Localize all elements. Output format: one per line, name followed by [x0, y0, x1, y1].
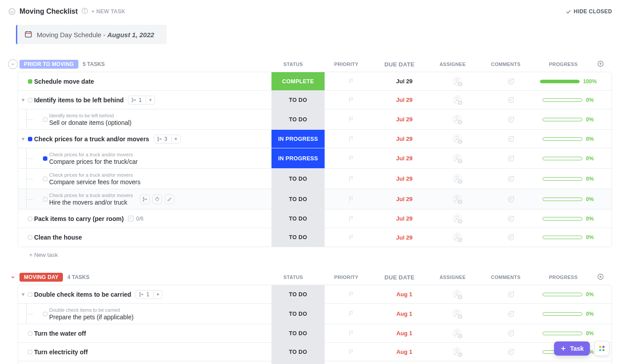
task-name[interactable]: Sell or donate items (optional) — [49, 119, 132, 126]
add-column-button[interactable] — [594, 60, 607, 69]
task-row[interactable]: ▾Meet up with the movers 1+TO DOAug 10% — [18, 361, 612, 364]
status-cell[interactable]: TO DO — [271, 189, 325, 209]
comments-cell[interactable] — [484, 96, 537, 104]
status-square-icon[interactable] — [28, 350, 32, 354]
progress-cell[interactable]: 0% — [537, 196, 599, 202]
status-square-icon[interactable] — [28, 98, 32, 102]
col-assignee[interactable]: ASSIGNEE — [426, 62, 479, 67]
status-cell[interactable]: TO DO — [271, 324, 325, 342]
add-subtask-icon[interactable]: + — [146, 97, 152, 103]
priority-cell[interactable] — [325, 196, 378, 202]
col-comments[interactable]: COMMENTS — [479, 275, 532, 280]
progress-cell[interactable]: 0% — [537, 176, 599, 182]
section-name[interactable]: MOVING DAY — [19, 273, 63, 282]
assignee-cell[interactable] — [431, 95, 484, 105]
progress-cell[interactable]: 0% — [537, 216, 599, 222]
task-row[interactable]: Schedule move dateCOMPLETEJul 29100% — [18, 72, 612, 91]
status-cell[interactable]: TO DO — [271, 91, 325, 109]
tag-button[interactable] — [152, 194, 162, 204]
add-subtask-icon[interactable]: + — [171, 136, 178, 142]
status-square-icon[interactable] — [28, 292, 32, 297]
assignee-cell[interactable] — [431, 289, 484, 300]
assignee-cell[interactable] — [431, 174, 484, 184]
section-toggle[interactable] — [8, 272, 18, 282]
task-row[interactable]: Check prices for a truck and/or moversCo… — [18, 169, 612, 189]
due-date-cell[interactable]: Jul 29 — [378, 78, 431, 85]
apps-button[interactable] — [594, 341, 609, 356]
expand-icon[interactable]: ▾ — [22, 97, 25, 103]
col-priority[interactable]: PRIORITY — [320, 62, 373, 67]
task-name[interactable]: Hire the movers and/or truck — [49, 199, 133, 206]
col-progress[interactable]: PROGRESS — [532, 275, 594, 280]
priority-cell[interactable] — [325, 97, 378, 103]
status-square-icon[interactable] — [43, 312, 47, 316]
status-cell[interactable]: TO DO — [271, 285, 325, 303]
assignee-cell[interactable] — [431, 347, 484, 357]
task-name[interactable]: Identify items to be left behind — [34, 97, 124, 104]
new-task-top-button[interactable]: + NEW TASK — [92, 8, 125, 15]
section-toggle[interactable] — [8, 59, 18, 69]
section-name[interactable]: PRIOR TO MOVING — [19, 60, 78, 69]
status-cell[interactable]: IN PROGRESS — [271, 148, 325, 168]
status-square-icon[interactable] — [28, 79, 32, 84]
status-cell[interactable]: COMPLETE — [271, 72, 325, 90]
assignee-cell[interactable] — [431, 134, 484, 144]
comments-cell[interactable] — [484, 215, 537, 223]
task-row[interactable]: Check prices for a truck and/or moversHi… — [18, 189, 612, 209]
status-cell[interactable]: TO DO — [271, 343, 325, 361]
rename-button[interactable] — [165, 194, 174, 204]
status-square-icon[interactable] — [28, 331, 32, 336]
subtask-button[interactable] — [140, 194, 150, 204]
task-name[interactable]: Compare prices for the truck/car — [49, 158, 138, 165]
task-row[interactable]: ▾Check prices for a truck and/or movers … — [18, 130, 612, 148]
priority-cell[interactable] — [325, 215, 378, 222]
due-date-cell[interactable]: Jul 29 — [378, 116, 431, 123]
col-due[interactable]: DUE DATE — [373, 274, 426, 281]
task-row[interactable]: ▾Identify items to be left behind 1+TO D… — [18, 91, 612, 109]
status-square-icon[interactable] — [28, 217, 32, 221]
progress-cell[interactable]: 0% — [537, 291, 599, 298]
status-cell[interactable]: TO DO — [271, 109, 325, 129]
col-priority[interactable]: PRIORITY — [320, 275, 373, 280]
subtask-count-pill[interactable]: 3+ — [154, 135, 181, 143]
new-task-button[interactable]: + New task — [29, 252, 612, 258]
info-icon[interactable] — [81, 8, 88, 15]
progress-cell[interactable]: 100% — [537, 78, 599, 85]
col-due[interactable]: DUE DATE — [373, 61, 426, 68]
assignee-cell[interactable] — [431, 309, 484, 319]
checklist-badge[interactable]: 0/6 — [128, 216, 143, 222]
assignee-cell[interactable] — [431, 114, 484, 125]
progress-cell[interactable]: 0% — [537, 330, 599, 337]
subtask-count-pill[interactable]: 1+ — [136, 290, 163, 299]
status-cell[interactable]: TO DO — [271, 209, 325, 228]
status-cell[interactable]: TO DO — [271, 169, 325, 189]
comments-cell[interactable] — [484, 233, 537, 241]
col-status[interactable]: STATUS — [267, 62, 320, 67]
task-name[interactable]: Schedule move date — [34, 78, 94, 85]
task-name[interactable]: Compare service fees for movers — [49, 178, 140, 186]
col-comments[interactable]: COMMENTS — [479, 62, 532, 67]
comments-cell[interactable] — [484, 348, 537, 356]
task-name[interactable]: Check prices for a truck and/or movers — [34, 136, 149, 143]
comments-cell[interactable] — [484, 175, 537, 183]
new-task-fab[interactable]: Task — [554, 341, 590, 356]
status-cell[interactable]: TO DO — [271, 304, 325, 324]
add-column-button[interactable] — [594, 273, 607, 282]
due-date-cell[interactable]: Jul 29 — [378, 215, 431, 222]
assignee-cell[interactable] — [431, 76, 484, 87]
assignee-cell[interactable] — [431, 328, 484, 339]
priority-cell[interactable] — [325, 116, 378, 123]
comments-cell[interactable] — [484, 310, 537, 318]
due-date-cell[interactable]: Jul 29 — [378, 136, 431, 142]
schedule-banner[interactable]: Moving Day Schedule - August 1, 2022 — [16, 25, 167, 44]
assignee-cell[interactable] — [431, 232, 484, 243]
hide-closed-button[interactable]: HIDE CLOSED — [566, 8, 612, 15]
priority-cell[interactable] — [325, 136, 378, 142]
progress-cell[interactable]: 0% — [537, 234, 599, 240]
task-row[interactable]: Turn the water offTO DOAug 10% — [18, 324, 612, 343]
comments-cell[interactable] — [484, 116, 537, 124]
col-progress[interactable]: PROGRESS — [532, 62, 594, 67]
task-row[interactable]: ▾Double check items to be carried 1+TO D… — [18, 285, 612, 304]
task-row[interactable]: Identify items to be left behindSell or … — [18, 109, 612, 130]
task-row[interactable]: Clean the houseTO DOJul 290% — [18, 228, 612, 247]
